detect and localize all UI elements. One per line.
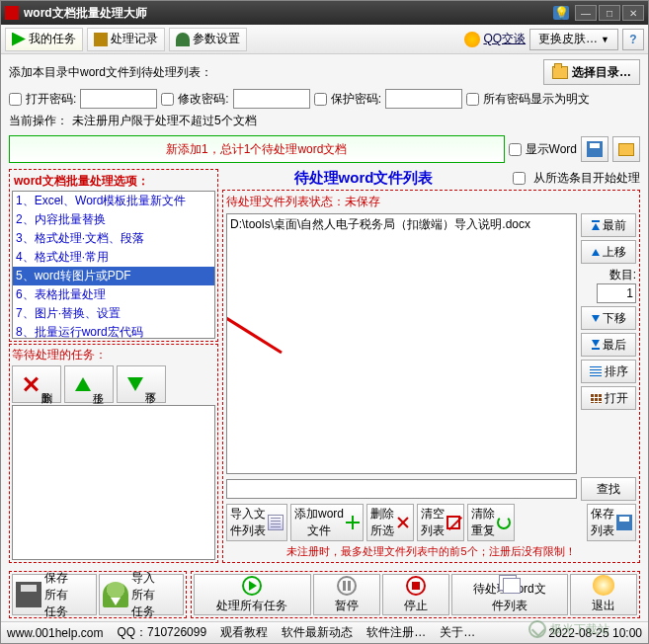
add-dir-label: 添加本目录中word文件到待处理列表： <box>9 64 212 81</box>
options-list[interactable]: 1、Excel、Word模板批量新文件2、内容批量替换3、格式处理·文档、段落4… <box>12 191 215 339</box>
search-label: 查找 <box>597 481 620 498</box>
save-settings-button[interactable] <box>581 136 608 162</box>
tab-settings[interactable]: 参数设置 <box>169 28 247 51</box>
tab-my-tasks-label: 我的任务 <box>29 31 76 47</box>
clear-list-label: 清空 列表 <box>421 506 445 539</box>
arrow-down-icon <box>127 377 143 391</box>
sort-button[interactable]: 排序 <box>581 360 636 383</box>
status-tutorial[interactable]: 观看教程 <box>220 624 268 641</box>
pending-title: 等待处理的任务： <box>12 347 215 363</box>
move-top-button[interactable]: 最前 <box>581 213 636 237</box>
sort-icon <box>590 366 602 376</box>
option-item[interactable]: 5、word转图片或PDF <box>13 267 214 285</box>
plus-icon <box>346 516 360 529</box>
show-plain-checkbox[interactable] <box>466 93 479 106</box>
tab-history[interactable]: 处理记录 <box>87 28 165 51</box>
remove-dup-button[interactable]: 清除 重复 <box>467 504 515 541</box>
save-all-tasks-button[interactable]: 保存 所有 任务 <box>12 574 97 615</box>
exit-button[interactable]: 退出 <box>570 574 637 615</box>
count-input[interactable] <box>597 283 636 303</box>
skin-label: 更换皮肤… <box>538 31 598 47</box>
option-item[interactable]: 7、图片·替换、设置 <box>13 304 214 323</box>
tab-history-label: 处理记录 <box>111 31 158 47</box>
skin-button[interactable]: 更换皮肤…▼ <box>529 29 618 50</box>
modify-pwd-checkbox[interactable] <box>161 93 174 106</box>
toolbar: 我的任务 处理记录 参数设置 QQ交谈 更换皮肤…▼ ? <box>1 25 648 54</box>
stop-button[interactable]: 停止 <box>382 574 449 615</box>
pause-button[interactable]: 暂停 <box>313 574 380 615</box>
x-icon <box>22 375 40 393</box>
clear-list-button[interactable]: 清空 列表 <box>417 504 464 541</box>
modify-pwd-input[interactable] <box>233 89 310 109</box>
open-pwd-label: 打开密码: <box>26 91 76 108</box>
tri-up-icon-2 <box>592 249 600 256</box>
run-all-label: 处理所有任务 <box>216 598 287 614</box>
help-button[interactable]: ? <box>622 29 644 50</box>
pending-list[interactable] <box>12 405 215 560</box>
show-plain-label: 所有密码显示为明文 <box>483 91 590 108</box>
file-list[interactable]: D:\tools\桌面\自然人电子税务局（扣缴端）导入说明.docx <box>226 213 577 474</box>
move-down-button[interactable]: 下移 <box>581 306 636 330</box>
option-item[interactable]: 4、格式处理·常用 <box>13 248 214 267</box>
process-list-button[interactable]: 待处理word文 件列表 <box>451 574 569 615</box>
current-op-value: 未注册用户限于处理不超过5个文档 <box>72 113 257 129</box>
import-list-label: 导入文 件列表 <box>230 506 266 539</box>
clipboard-icon <box>94 33 108 46</box>
open-settings-button[interactable] <box>612 136 640 162</box>
option-item[interactable]: 1、Excel、Word模板批量新文件 <box>13 192 214 210</box>
option-item[interactable]: 8、批量运行word宏代码 <box>13 323 214 339</box>
pending-up-button[interactable]: 上移 <box>64 365 114 403</box>
file-item[interactable]: D:\tools\桌面\自然人电子税务局（扣缴端）导入说明.docx <box>229 216 574 233</box>
remove-dup-label: 清除 重复 <box>471 506 495 539</box>
from-selected-checkbox[interactable] <box>513 172 526 185</box>
option-item[interactable]: 6、表格批量处理 <box>13 285 214 304</box>
delete-selected-button[interactable]: 删除 所选 <box>366 504 414 541</box>
exit-icon <box>593 575 614 596</box>
show-word-checkbox[interactable] <box>509 143 522 156</box>
option-item[interactable]: 3、格式处理·文档、段落 <box>13 229 214 248</box>
status-bar: 新添加1，总计1个待处理word文档 <box>9 135 505 163</box>
disk-icon <box>16 582 41 607</box>
move-down-label: 下移 <box>603 310 626 327</box>
search-button[interactable]: 查找 <box>581 477 636 501</box>
option-item[interactable]: 2、内容批量替换 <box>13 210 214 229</box>
exit-label: 退出 <box>592 598 615 614</box>
minimize-button[interactable]: — <box>575 5 597 21</box>
search-input[interactable] <box>226 479 577 499</box>
options-panel: word文档批量处理选项： 1、Excel、Word模板批量新文件2、内容批量替… <box>9 169 218 342</box>
import-all-tasks-button[interactable]: 导入 所有 任务 <box>99 574 184 615</box>
browse-label: 选择目录… <box>572 64 631 81</box>
status-about[interactable]: 关于… <box>440 624 475 641</box>
import-list-button[interactable]: 导入文 件列表 <box>226 504 287 541</box>
save-icon <box>587 141 603 157</box>
protect-pwd-checkbox[interactable] <box>314 93 327 106</box>
protect-pwd-input[interactable] <box>385 89 462 109</box>
tab-my-tasks[interactable]: 我的任务 <box>5 28 83 51</box>
status-qq[interactable]: QQ：710726099 <box>117 624 206 641</box>
add-word-button[interactable]: 添加word 文件 <box>290 504 364 541</box>
run-all-button[interactable]: 处理所有任务 <box>194 574 311 615</box>
move-up-button[interactable]: 上移 <box>581 240 636 264</box>
browse-dir-button[interactable]: 选择目录… <box>543 59 640 85</box>
close-button[interactable]: ✕ <box>622 5 644 21</box>
maximize-button[interactable]: □ <box>599 5 620 21</box>
save-list-button[interactable]: 保存 列表 <box>587 504 636 541</box>
status-site[interactable]: www.001help.com <box>7 626 103 640</box>
status-news[interactable]: 软件最新动态 <box>282 624 353 641</box>
hint-icon[interactable]: 💡 <box>553 6 569 20</box>
redo-icon <box>497 516 511 529</box>
tab-settings-label: 参数设置 <box>193 31 240 47</box>
open-pwd-input[interactable] <box>80 89 157 109</box>
pending-delete-button[interactable]: 删除 <box>12 365 61 403</box>
status-register[interactable]: 软件注册… <box>366 624 426 641</box>
sort-label: 排序 <box>605 363 628 380</box>
svg-line-1 <box>226 254 282 353</box>
stop-label: 停止 <box>404 598 428 614</box>
pending-down-button[interactable]: 下移 <box>117 365 166 403</box>
move-bottom-button[interactable]: 最后 <box>581 333 636 357</box>
move-top-label: 最前 <box>603 217 626 234</box>
open-file-button[interactable]: 打开 <box>581 386 636 410</box>
grid-icon <box>590 393 602 403</box>
open-pwd-checkbox[interactable] <box>9 93 22 106</box>
qq-link[interactable]: QQ交谈 <box>464 31 526 47</box>
